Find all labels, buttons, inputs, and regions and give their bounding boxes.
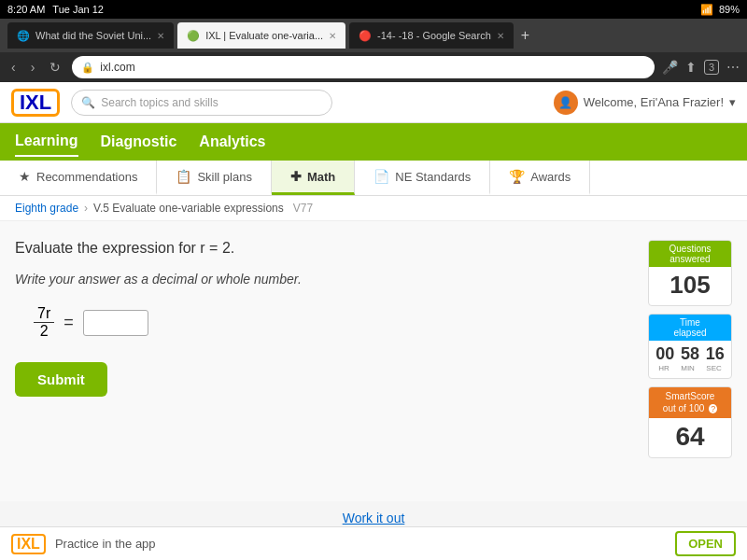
banner-logo: IXL [11, 534, 46, 554]
open-app-button[interactable]: OPEN [675, 531, 736, 556]
menu-icon[interactable]: ⋯ [726, 60, 740, 75]
breadcrumb-code: V77 [293, 202, 313, 215]
status-time: 8:20 AM [7, 4, 45, 15]
ixl-logo[interactable]: IXL [11, 89, 60, 117]
browser-tab-3[interactable]: 🔴 -14- -18 - Google Search ✕ [349, 22, 514, 49]
fraction-denominator: 2 [36, 323, 52, 340]
problem-note: Write your answer as a decimal or whole … [15, 272, 629, 287]
smart-score-box: SmartScore out of 100 ? 64 [648, 386, 732, 458]
reload-button[interactable]: ↻ [46, 58, 64, 77]
tab-favicon-1: 🌐 [17, 30, 30, 42]
logo-text: IXL [20, 91, 51, 114]
banner-text: Practice in the app [55, 537, 666, 551]
nav-learning[interactable]: Learning [15, 127, 78, 157]
user-label: Welcome, Eri'Ana Frazier! [584, 95, 724, 109]
url-bar[interactable]: 🔒 ixl.com [72, 56, 655, 78]
time-hr: 00 [655, 344, 674, 364]
time-min: 58 [681, 344, 699, 364]
share-icon[interactable]: ⬆ [685, 60, 697, 75]
status-bar: 8:20 AM Tue Jan 12 📶 89% [0, 0, 747, 19]
sec-label: SEC [706, 364, 721, 372]
problem-area: Evaluate the expression for r = 2. Write… [15, 240, 629, 483]
forward-button[interactable]: › [27, 58, 39, 77]
tab-awards-label: Awards [530, 170, 571, 184]
equals-sign: = [63, 313, 74, 332]
tab-ne-standards[interactable]: 📄 NE Standards [355, 161, 490, 195]
status-day: Tue Jan 12 [52, 4, 104, 15]
battery-level: 89% [719, 4, 740, 15]
address-actions: 🎤 ⬆ 3 ⋯ [662, 60, 740, 75]
search-icon: 🔍 [81, 96, 95, 109]
hr-label: HR [658, 364, 669, 372]
breadcrumb-skill: V.5 Evaluate one-variable expressions [93, 202, 284, 215]
questions-answered-box: Questions answered 105 [648, 240, 732, 306]
tab-awards[interactable]: 🏆 Awards [490, 161, 590, 195]
lock-icon: 🔒 [81, 62, 94, 74]
tab-label-3: -14- -18 - Google Search [377, 30, 491, 41]
nav-diagnostic[interactable]: Diagnostic [101, 128, 177, 156]
recommendations-icon: ★ [19, 169, 31, 184]
search-placeholder: Search topics and skills [101, 96, 218, 109]
new-tab-button[interactable]: + [521, 27, 529, 44]
tab-skill-plans-label: Skill plans [197, 170, 252, 184]
time-elapsed-box: Time elapsed 00 58 16 HR MIN SEC [648, 314, 732, 379]
search-bar[interactable]: 🔍 Search topics and skills [71, 90, 332, 116]
signal-icon: 📶 [700, 4, 713, 16]
tab-label-1: What did the Soviet Uni... [35, 30, 151, 41]
awards-icon: 🏆 [509, 169, 525, 184]
browser-tab-1[interactable]: 🌐 What did the Soviet Uni... ✕ [7, 22, 174, 49]
answer-input[interactable] [83, 310, 148, 336]
smart-label: SmartScore out of 100 ? [649, 387, 731, 418]
tab-close-1[interactable]: ✕ [157, 31, 164, 41]
user-section: 👤 Welcome, Eri'Ana Frazier! ▾ [554, 91, 736, 115]
fraction: 7r 2 [34, 305, 54, 340]
ne-standards-icon: 📄 [374, 169, 389, 184]
tab-ne-standards-label: NE Standards [395, 170, 471, 184]
bottom-banner: IXL Practice in the app OPEN [0, 526, 747, 560]
submit-button[interactable]: Submit [15, 362, 107, 397]
tab-label-2: IXL | Evaluate one-varia... [205, 30, 323, 41]
back-button[interactable]: ‹ [7, 58, 20, 77]
time-sec: 16 [706, 344, 725, 364]
tab-math-label: Math [307, 170, 335, 184]
questions-label: Questions answered [649, 241, 731, 267]
problem-instruction: Evaluate the expression for r = 2. [15, 240, 629, 257]
tab-skill-plans[interactable]: 📋 Skill plans [157, 161, 272, 195]
right-panel: Questions answered 105 Time elapsed 00 5… [648, 240, 732, 483]
tab-math[interactable]: ✚ Math [272, 161, 355, 195]
time-label: Time elapsed [649, 315, 731, 341]
browser-tabs: 🌐 What did the Soviet Uni... ✕ 🟢 IXL | E… [0, 19, 747, 52]
tab-recommendations[interactable]: ★ Recommendations [0, 161, 157, 195]
time-unit-labels: HR MIN SEC [653, 364, 727, 372]
tab-favicon-3: 🔴 [359, 30, 372, 42]
questions-value: 105 [653, 271, 727, 300]
time-digits: 00 58 16 [653, 344, 727, 364]
browser-tab-2[interactable]: 🟢 IXL | Evaluate one-varia... ✕ [177, 22, 345, 49]
breadcrumb-grade[interactable]: Eighth grade [15, 202, 78, 215]
fraction-container: 7r 2 = [34, 305, 629, 340]
fraction-numerator: 7r [34, 305, 54, 323]
url-text: ixl.com [100, 61, 134, 74]
main-content: Evaluate the expression for r = 2. Write… [0, 221, 747, 501]
address-bar: ‹ › ↻ 🔒 ixl.com 🎤 ⬆ 3 ⋯ [0, 52, 747, 82]
nav-analytics[interactable]: Analytics [199, 128, 265, 156]
tab-close-3[interactable]: ✕ [497, 31, 504, 41]
smart-info-icon[interactable]: ? [709, 404, 717, 413]
math-icon: ✚ [290, 169, 302, 184]
ixl-header: IXL 🔍 Search topics and skills 👤 Welcome… [0, 82, 747, 123]
green-nav: Learning Diagnostic Analytics [0, 123, 747, 161]
breadcrumb: Eighth grade › V.5 Evaluate one-variable… [0, 196, 747, 221]
sub-tabs: ★ Recommendations 📋 Skill plans ✚ Math 📄… [0, 161, 747, 196]
tab-favicon-2: 🟢 [187, 30, 200, 42]
tab-count[interactable]: 3 [704, 60, 719, 75]
smart-value: 64 [653, 422, 727, 452]
breadcrumb-sep: › [84, 202, 88, 215]
tab-recommendations-label: Recommendations [36, 170, 137, 184]
user-avatar: 👤 [554, 91, 578, 115]
skill-plans-icon: 📋 [176, 169, 191, 184]
tab-close-2[interactable]: ✕ [329, 31, 336, 41]
mic-icon[interactable]: 🎤 [662, 60, 678, 75]
min-label: MIN [681, 364, 695, 372]
chevron-down-icon[interactable]: ▾ [729, 95, 736, 109]
